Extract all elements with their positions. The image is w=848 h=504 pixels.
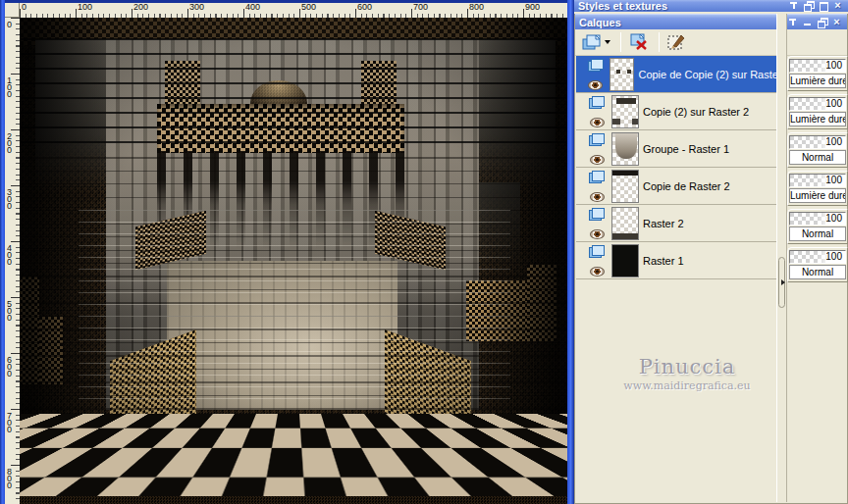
layer-blend-mode-value: Normal [802,152,833,163]
watermark: Pinuccia www.maidiregrafica.eu [599,355,775,392]
layer-row[interactable]: Raster 1 [576,242,776,279]
watermark-url: www.maidiregrafica.eu [599,379,775,392]
layers-palette-titlebar[interactable]: Calques × [575,14,847,29]
ruler-label: 3 0 0 [7,189,12,210]
layer-page-icon [589,171,605,183]
layer-page-icon [589,245,605,258]
ruler-label: 5 0 0 [7,301,12,322]
layer-page-icon [589,208,605,221]
ruler-label: 7 0 0 [7,413,12,433]
palette-dock: Styles et textures × Calques × [574,0,848,504]
ruler-label: 100 [78,3,92,12]
layer-controls-group: 100 Normal [787,209,848,244]
ruler-label: 0 [7,22,12,28]
layer-visibility-eye-icon[interactable] [590,155,605,165]
layers-palette: Calques × [574,14,848,504]
artwork-floor-bottom-strip [20,494,567,504]
layer-thumbnail[interactable] [611,132,639,166]
layer-blend-mode-select[interactable]: Normal [789,227,846,241]
ruler-vertical: 01 0 02 0 03 0 04 0 05 0 06 0 07 0 08 0 … [5,18,20,504]
layer-row[interactable]: Copie (2) sur Raster 2 [576,93,776,130]
canvas-image[interactable] [20,18,567,504]
layer-opacity-value: 100 [825,98,842,109]
restore-icon[interactable] [802,0,815,11]
maximize-icon[interactable] [817,0,829,11]
close-icon[interactable]: × [831,0,844,11]
minimize-icon[interactable] [801,17,814,27]
ruler-corner [5,3,20,18]
watermark-name: Pinuccia [599,355,775,378]
layers-palette-title: Calques [579,17,784,28]
ruler-label: 0 [22,3,26,12]
layer-opacity-slider[interactable]: 100 [789,250,846,264]
delete-layer-button[interactable] [626,31,652,53]
layer-row[interactable]: Copie de Raster 2 [576,168,776,205]
layer-opacity-slider[interactable]: 100 [789,135,846,149]
styles-palette: Styles et textures × [574,0,848,13]
ruler-label: 700 [413,3,428,12]
layer-controls-group: 100 Lumière dure [787,171,848,206]
layer-row[interactable]: Groupe - Raster 1 [576,130,776,168]
close-icon[interactable]: × [830,17,843,27]
layer-opacity-slider[interactable]: 100 [789,59,846,73]
new-layer-button[interactable] [579,32,613,53]
layer-blend-mode-select[interactable]: Lumière dure [789,188,846,203]
layer-opacity-slider[interactable]: 100 [789,97,846,111]
restore-icon[interactable] [816,17,828,27]
layer-thumbnail[interactable] [611,95,639,128]
layer-thumbnail[interactable] [611,244,639,277]
image-window: 0100200300400500600700800900 01 0 02 0 0… [0,0,574,504]
edit-selection-icon [667,33,686,51]
image-window-right-border [567,0,574,504]
layer-opacity-value: 100 [825,60,842,71]
layer-thumbnail[interactable] [610,58,635,91]
layer-visibility-eye-icon[interactable] [590,267,605,277]
splitter-handle[interactable] [778,257,785,308]
layer-name: Copie de Raster 2 [643,180,730,192]
new-layer-icon [582,34,602,51]
ruler-label: 6 0 0 [7,357,12,378]
layer-visibility-eye-icon[interactable] [590,229,605,239]
styles-palette-titlebar[interactable]: Styles et textures × [574,0,848,12]
layer-blend-mode-select[interactable]: Lumière dure [789,112,846,126]
layer-row-icons [586,95,608,128]
ruler-label: 800 [469,3,484,12]
layer-opacity-slider[interactable]: 100 [789,212,846,226]
layer-page-icon [589,133,605,146]
pin-icon[interactable] [787,0,800,11]
layer-blend-mode-select[interactable]: Normal [789,150,846,165]
layer-blend-mode-select[interactable]: Normal [789,265,846,279]
ruler-label: 8 0 0 [7,469,12,489]
layer-visibility-eye-icon[interactable] [590,118,605,127]
edit-selection-button[interactable] [664,31,689,53]
layer-row[interactable]: Copie de Copie (2) sur Raster 2 [576,56,776,93]
layer-thumbnail[interactable] [611,170,639,203]
layer-name: Raster 2 [643,218,684,229]
ruler-label: 1 0 0 [7,77,12,98]
layer-name: Copie (2) sur Raster 2 [643,106,749,118]
layer-controls-group: 100 Normal [787,247,848,282]
layer-opacity-value: 100 [825,251,842,262]
layer-row-icons [586,244,608,277]
toolbar-separator [659,32,660,52]
layer-page-icon [588,59,604,72]
layer-visibility-eye-icon[interactable] [590,192,605,202]
layer-controls-group: 100 Lumière dure [787,56,848,91]
pin-icon[interactable] [786,17,799,27]
layers-toolbar [575,29,847,56]
ruler-label: 400 [245,3,260,12]
layer-opacity-slider[interactable]: 100 [789,174,846,187]
layer-thumbnail[interactable] [611,207,639,240]
layer-opacity-value: 100 [825,175,842,185]
layer-row[interactable]: Raster 2 [576,205,776,242]
ruler-label: 200 [133,3,148,12]
palette-splitter[interactable] [776,14,787,502]
layer-controls-group: 100 Lumière dure [787,94,848,129]
layer-list: Copie de Copie (2) sur Raster 2 Copie (2… [576,56,776,279]
layer-visibility-eye-icon[interactable] [588,80,603,90]
layer-row-icons [586,58,606,91]
layer-row-icons [586,207,608,240]
layer-blend-mode-select[interactable]: Lumière dure [789,74,846,88]
delete-layer-icon [629,33,649,51]
ruler-label: 500 [301,3,316,12]
